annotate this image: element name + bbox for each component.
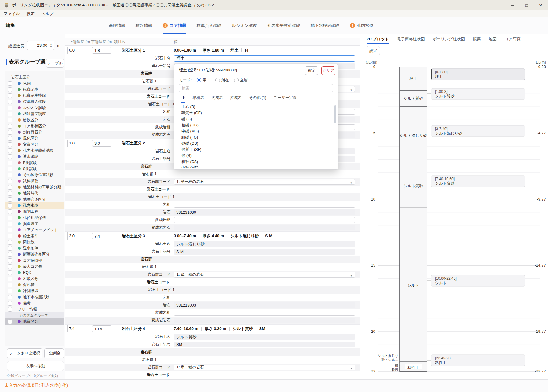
- group-checkbox[interactable]: [8, 130, 12, 135]
- group-row[interactable]: コア採取率: [5, 257, 64, 263]
- group-checkbox[interactable]: [8, 234, 12, 238]
- group-checkbox[interactable]: [8, 258, 12, 263]
- bottom-depth-input[interactable]: 10.6: [92, 325, 111, 332]
- group-row[interactable]: 硬軟区分: [5, 117, 64, 123]
- menu-item[interactable]: ヘルプ: [38, 11, 57, 16]
- right-panel-tab[interactable]: 地図: [489, 34, 497, 44]
- group-checkbox[interactable]: [8, 87, 12, 92]
- group-row[interactable]: 観察記事枠線: [5, 93, 64, 99]
- soil-category-tab[interactable]: 土: [181, 94, 185, 103]
- layer-callout[interactable]: [7.40-10.60]シルト質砂: [431, 176, 525, 187]
- layer-callout[interactable]: [22.45-23]粘性土: [431, 355, 525, 366]
- group-checkbox[interactable]: [8, 106, 12, 110]
- group-checkbox[interactable]: [8, 270, 12, 275]
- group-row[interactable]: 計測機器: [5, 288, 64, 294]
- group-checkbox[interactable]: [8, 246, 12, 251]
- total-depth-spinner[interactable]: ▲▼: [49, 42, 53, 49]
- layer-section-row[interactable]: 3.07.4岩石土区分 33.00–7.40 m厚さ 4.40 mシルト混じり砂…: [65, 231, 360, 240]
- group-row[interactable]: 回転数: [5, 239, 64, 245]
- group-checkbox[interactable]: [8, 289, 12, 293]
- confirm-button[interactable]: 確定: [305, 66, 318, 75]
- group-row[interactable]: 送水条件: [5, 245, 64, 251]
- field-soil_name[interactable]: 埋土: [174, 55, 355, 62]
- mode-option[interactable]: 単一: [197, 78, 210, 83]
- group-row[interactable]: ルジオン試験: [5, 105, 64, 111]
- group-row[interactable]: 岩石土区分: [5, 74, 64, 80]
- soil-category-tab[interactable]: 変成岩: [230, 94, 242, 103]
- group-checkbox[interactable]: [8, 179, 12, 183]
- right-panel-tab[interactable]: 電子簡略柱状図: [397, 34, 425, 44]
- field-facies[interactable]: [174, 295, 355, 300]
- group-checkbox[interactable]: [8, 264, 12, 269]
- main-tab[interactable]: ルジオン試験: [232, 17, 257, 34]
- group-checkbox[interactable]: [8, 112, 12, 116]
- right-panel-tab[interactable]: ボーリング柱状図: [433, 34, 465, 44]
- soil-type-item[interactable]: 粗砂 (CS): [174, 159, 334, 165]
- main-tab[interactable]: 標題情報: [136, 17, 152, 34]
- minimize-button[interactable]: ─: [506, 0, 520, 10]
- select-all-with-data-button[interactable]: データあり全選択: [7, 348, 42, 358]
- group-row[interactable]: 地下水検層試験: [5, 294, 64, 300]
- right-panel-tab[interactable]: コア写真: [505, 34, 521, 44]
- group-row[interactable]: その他原位置試験: [5, 172, 64, 178]
- group-row[interactable]: 孔内水平載荷試験: [5, 147, 64, 154]
- group-checkbox[interactable]: [8, 81, 12, 86]
- group-row[interactable]: 観察記事: [5, 86, 64, 93]
- group-row[interactable]: 備考: [5, 300, 64, 306]
- clear-button[interactable]: クリア: [321, 66, 335, 75]
- layer-callout-selected[interactable]: [0-1.80]埋土: [431, 69, 525, 80]
- soil-type-item[interactable]: 礫質土 (GF): [174, 110, 334, 116]
- group-row[interactable]: 掘削工程: [5, 209, 64, 215]
- field-facies[interactable]: [174, 202, 355, 208]
- group-row[interactable]: RQD: [5, 270, 64, 276]
- group-row[interactable]: 断層破砕帯区分: [5, 251, 64, 257]
- group-row[interactable]: S波試験: [5, 166, 64, 172]
- group-row[interactable]: 試料採取: [5, 178, 64, 184]
- group-row[interactable]: 地盤材料の工学的分類: [5, 184, 64, 190]
- group-checkbox[interactable]: [8, 124, 12, 129]
- search-input[interactable]: [179, 84, 333, 92]
- group-checkbox[interactable]: [8, 283, 12, 287]
- clear-all-button[interactable]: 全解除: [44, 348, 64, 358]
- soil-type-item[interactable]: 砂礫 (GS): [174, 140, 334, 147]
- radio-icon[interactable]: [215, 78, 220, 82]
- group-row[interactable]: 最大コア長: [5, 263, 64, 270]
- right-panel-tab[interactable]: 帳票: [473, 34, 481, 44]
- group-checkbox[interactable]: [8, 100, 12, 104]
- main-tab[interactable]: 孔内水平載荷試験: [267, 17, 300, 34]
- soil-type-item[interactable]: 中礫 (MG): [174, 128, 334, 134]
- soil-type-item[interactable]: 中砂 (MS): [174, 165, 334, 168]
- menu-item[interactable]: ファイル: [0, 11, 23, 16]
- go-to-display-button[interactable]: 表示へ移動: [7, 361, 64, 371]
- group-row[interactable]: 地質区分: [5, 318, 64, 325]
- group-row[interactable]: 標準貫入試験: [5, 99, 64, 105]
- close-button[interactable]: ✕: [534, 0, 548, 10]
- group-checkbox[interactable]: [8, 154, 12, 159]
- group-checkbox[interactable]: [8, 252, 12, 257]
- group-row[interactable]: 掘進速度: [5, 221, 64, 227]
- group-row[interactable]: 色調: [5, 80, 64, 86]
- group-row[interactable]: 地層岩体区分: [5, 196, 64, 202]
- soil-type-item[interactable]: 礫 (G): [174, 116, 334, 122]
- main-tab[interactable]: 1孔内水位: [350, 17, 373, 34]
- group-row[interactable]: 孔内水位: [5, 202, 64, 209]
- field-rock_group_code[interactable]: 1: 単一種の岩石▼: [174, 365, 355, 370]
- group-checkbox[interactable]: [8, 216, 12, 220]
- group-row[interactable]: コア形状区分: [5, 123, 64, 129]
- group-checkbox[interactable]: [8, 142, 12, 147]
- group-checkbox[interactable]: [8, 209, 12, 214]
- group-checkbox[interactable]: [8, 173, 12, 177]
- soil-category-tab[interactable]: ユーザー定義: [274, 94, 297, 103]
- group-row[interactable]: 保孔管: [5, 282, 64, 288]
- soil-type-item[interactable]: 細礫 (FG): [174, 134, 334, 140]
- group-checkbox[interactable]: [8, 167, 12, 171]
- group-checkbox[interactable]: [8, 240, 12, 245]
- group-checkbox[interactable]: [8, 161, 12, 165]
- group-checkbox[interactable]: [8, 228, 12, 232]
- group-checkbox[interactable]: [8, 197, 12, 202]
- popup-scrollbar-thumb[interactable]: [334, 105, 336, 123]
- mode-option[interactable]: 互層: [234, 78, 248, 83]
- group-checkbox[interactable]: [8, 203, 12, 208]
- main-tab[interactable]: 標準貫入試験: [197, 17, 221, 34]
- group-row[interactable]: 岩級区分: [5, 276, 64, 282]
